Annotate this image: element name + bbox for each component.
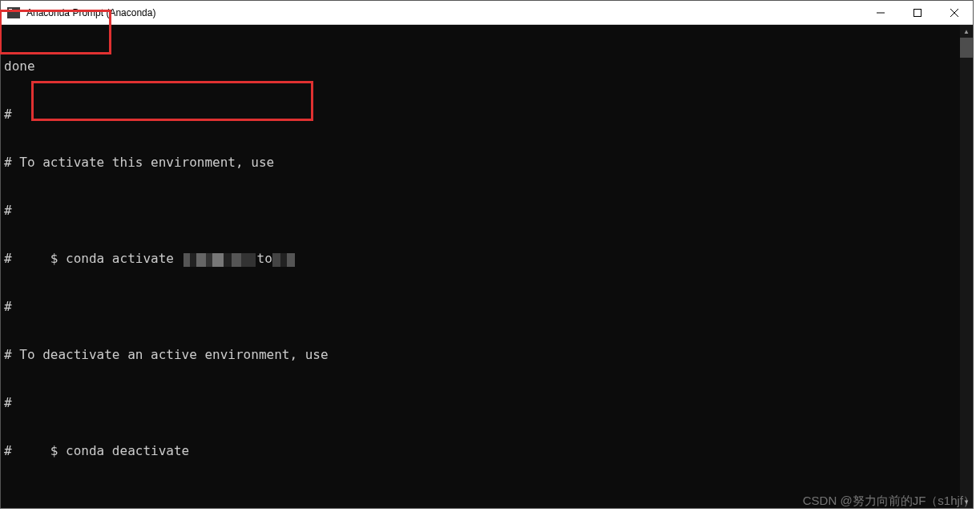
terminal-text: # $ conda activate — [4, 251, 182, 266]
maximize-button[interactable] — [899, 1, 936, 24]
terminal-line: # — [4, 203, 970, 219]
terminal-line: # — [4, 107, 970, 123]
titlebar: Anaconda Prompt (Anaconda) — [1, 1, 973, 25]
terminal-line: done — [4, 58, 970, 75]
terminal-output[interactable]: done # # To activate this environment, u… — [1, 25, 973, 508]
vertical-scrollbar[interactable]: ▲ ▼ — [960, 25, 973, 508]
watermark-text: CSDN @努力向前的JF（s1hjf） — [803, 494, 975, 509]
scrollbar-thumb[interactable] — [960, 38, 973, 58]
terminal-line: # — [4, 299, 970, 315]
titlebar-left: Anaconda Prompt (Anaconda) — [1, 7, 155, 18]
terminal-line: # To deactivate an active environment, u… — [4, 347, 970, 363]
window-controls — [862, 1, 973, 24]
window-title: Anaconda Prompt (Anaconda) — [26, 7, 155, 18]
minimize-icon — [877, 9, 885, 17]
maximize-icon — [913, 9, 922, 17]
terminal-window: Anaconda Prompt (Anaconda) done # # To a… — [0, 0, 974, 509]
minimize-button[interactable] — [862, 1, 899, 24]
close-icon — [950, 9, 958, 17]
redacted-env-name — [272, 253, 295, 267]
terminal-line: # $ conda deactivate — [4, 443, 970, 459]
redacted-env-name — [183, 253, 256, 267]
svg-rect-1 — [914, 9, 922, 16]
terminal-line: # — [4, 395, 970, 411]
terminal-line: # $ conda activate to — [4, 251, 970, 267]
terminal-text: to — [257, 251, 272, 266]
close-button[interactable] — [936, 1, 973, 24]
terminal-line: # To activate this environment, use — [4, 155, 970, 171]
scroll-up-arrow-icon[interactable]: ▲ — [960, 25, 973, 38]
app-icon — [7, 7, 20, 18]
